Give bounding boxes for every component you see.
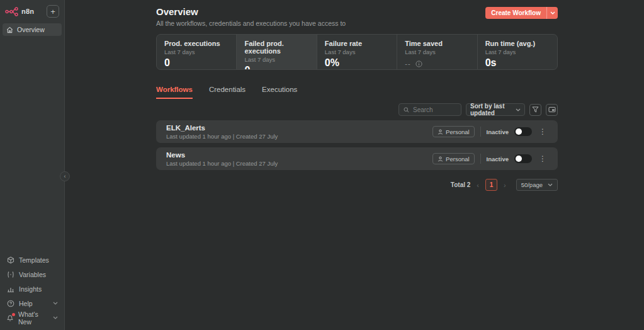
- page-subtitle: All the workflows, credentials and execu…: [156, 20, 346, 27]
- create-workflow-split-button: Create Workflow: [485, 7, 558, 19]
- kebab-menu-icon[interactable]: ⋮: [538, 154, 548, 163]
- stat-value: --: [405, 60, 410, 67]
- person-icon: [438, 156, 443, 162]
- status-label: Inactive: [487, 128, 509, 135]
- logo-row: n8n +: [0, 4, 64, 18]
- next-page-icon[interactable]: ›: [502, 181, 507, 189]
- sidebar-item-templates[interactable]: Templates: [0, 253, 64, 267]
- sidebar-item-label: Variables: [19, 271, 46, 278]
- stat-value: 0%: [325, 57, 389, 69]
- search-box[interactable]: [398, 103, 461, 116]
- page-header: Overview All the workflows, credentials …: [156, 0, 558, 27]
- create-workflow-button[interactable]: Create Workflow: [485, 7, 546, 19]
- toggle-knob: [516, 128, 522, 135]
- sidebar-item-label: What's New: [18, 310, 48, 326]
- active-toggle[interactable]: [514, 127, 532, 136]
- tab-credentials[interactable]: Credentials: [209, 86, 246, 99]
- owner-badge[interactable]: Personal: [432, 153, 475, 164]
- stat-sub: Last 7 days: [244, 56, 308, 63]
- list-controls: Sort by last updated: [156, 103, 558, 116]
- card-view-icon: [548, 106, 556, 113]
- owner-label: Personal: [446, 128, 470, 135]
- page-size-label: 50/page: [521, 181, 543, 188]
- stat-run-time-avg: Run time (avg.) Last 7 days 0s: [477, 35, 557, 69]
- tab-executions[interactable]: Executions: [262, 86, 297, 99]
- sidebar-bottom: Templates Variables Insights: [0, 253, 64, 325]
- sort-dropdown[interactable]: Sort by last updated: [466, 103, 525, 116]
- page-1-button[interactable]: 1: [485, 179, 497, 191]
- search-input[interactable]: [413, 106, 456, 113]
- add-workflow-button[interactable]: +: [47, 5, 59, 18]
- chevron-down-icon: [548, 183, 553, 186]
- owner-label: Personal: [446, 156, 470, 162]
- sidebar-item-label: Insights: [19, 285, 42, 293]
- chevron-down-icon: [53, 302, 58, 305]
- create-workflow-dropdown-button[interactable]: [547, 7, 558, 19]
- sidebar-item-label: Overview: [17, 26, 45, 33]
- workflow-name: News: [166, 151, 278, 159]
- search-icon: [404, 107, 409, 113]
- divider: [480, 127, 481, 137]
- person-icon: [438, 129, 443, 135]
- stat-sub: Last 7 days: [325, 48, 389, 55]
- status-label: Inactive: [487, 156, 509, 162]
- chevron-down-icon: [516, 108, 521, 111]
- sidebar-item-insights[interactable]: Insights: [0, 282, 64, 296]
- filter-funnel-icon: [532, 106, 539, 113]
- stat-failure-rate: Failure rate Last 7 days 0%: [317, 35, 397, 69]
- sidebar-item-variables[interactable]: Variables: [0, 267, 64, 282]
- workflow-meta: Last updated 1 hour ago | Created 27 Jul…: [166, 160, 278, 167]
- kebab-menu-icon[interactable]: ⋮: [538, 127, 548, 136]
- workflow-name: ELK_Alerts: [166, 124, 278, 132]
- main-area: Overview All the workflows, credentials …: [65, 0, 644, 330]
- bar-chart-icon: [6, 285, 14, 293]
- bell-icon: [6, 314, 14, 322]
- workflow-meta: Last updated 1 hour ago | Created 27 Jul…: [166, 133, 278, 140]
- total-count: Total 2: [451, 181, 470, 188]
- notification-dot: [12, 313, 15, 316]
- stats-bar: Prod. executions Last 7 days 0 Failed pr…: [156, 34, 558, 70]
- sidebar-item-label: Help: [19, 300, 33, 307]
- stat-value: 0s: [485, 57, 550, 69]
- pagination: Total 2 ‹ 1 › 50/page: [156, 179, 558, 191]
- info-icon[interactable]: [415, 60, 422, 67]
- stat-label: Time saved: [405, 40, 469, 47]
- stat-prod-executions: Prod. executions Last 7 days 0: [157, 35, 236, 69]
- stat-value: 0: [244, 65, 308, 70]
- workflow-list: ELK_Alerts Last updated 1 hour ago | Cre…: [156, 120, 558, 170]
- page-size-dropdown[interactable]: 50/page: [516, 179, 558, 191]
- stat-sub: Last 7 days: [164, 48, 229, 55]
- sidebar-collapse-button[interactable]: ‹: [60, 171, 70, 181]
- workflow-row-news[interactable]: News Last updated 1 hour ago | Created 2…: [156, 147, 558, 170]
- active-toggle[interactable]: [514, 154, 532, 163]
- workflow-row-elk-alerts[interactable]: ELK_Alerts Last updated 1 hour ago | Cre…: [156, 120, 558, 143]
- sidebar-item-label: Templates: [19, 256, 49, 264]
- workflow-actions: Personal Inactive ⋮: [432, 153, 548, 164]
- view-options-button[interactable]: [546, 104, 558, 116]
- stat-label: Failed prod. executions: [244, 40, 308, 55]
- toggle-knob: [516, 156, 522, 162]
- templates-box-icon: [6, 256, 14, 264]
- list-tabs: Workflows Credentials Executions: [156, 86, 558, 100]
- prev-page-icon[interactable]: ‹: [475, 181, 480, 189]
- divider: [480, 154, 481, 164]
- filter-button[interactable]: [529, 104, 541, 116]
- page-title: Overview: [156, 6, 346, 17]
- title-block: Overview All the workflows, credentials …: [156, 6, 346, 27]
- workflow-info: News Last updated 1 hour ago | Created 2…: [166, 151, 278, 167]
- owner-badge[interactable]: Personal: [432, 126, 475, 137]
- n8n-logo-icon: [5, 7, 19, 16]
- stat-sub: Last 7 days: [485, 48, 550, 55]
- workflow-actions: Personal Inactive ⋮: [432, 126, 548, 137]
- sidebar-item-help[interactable]: Help: [0, 296, 64, 310]
- help-circle-icon: [6, 300, 14, 307]
- variables-icon: [6, 271, 14, 278]
- stat-failed-prod-executions: Failed prod. executions Last 7 days 0: [236, 35, 316, 69]
- stat-sub: Last 7 days: [405, 48, 469, 55]
- tab-workflows[interactable]: Workflows: [156, 86, 193, 99]
- stat-label: Failure rate: [325, 40, 389, 47]
- sidebar-item-overview[interactable]: Overview: [3, 23, 62, 36]
- chevron-down-icon: [53, 316, 58, 319]
- sidebar-item-whats-new[interactable]: What's New: [0, 310, 64, 325]
- brand-name: n8n: [21, 8, 34, 15]
